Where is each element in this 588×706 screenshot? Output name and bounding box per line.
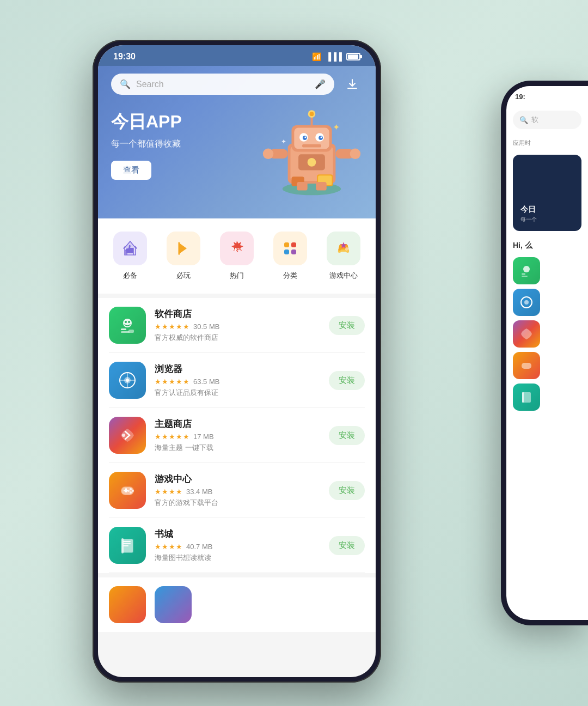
svg-point-38	[125, 321, 127, 323]
appstore-desc: 官方权威的软件商店	[155, 333, 320, 343]
browser-rating: ★★★★★ 63.5 MB	[155, 378, 320, 386]
gamecenter-size: 33.4 MB	[186, 488, 212, 496]
books-install-button[interactable]: 安装	[329, 536, 365, 555]
svg-rect-66	[121, 538, 124, 553]
bottom-peek	[98, 577, 376, 632]
hot-label: 热门	[230, 271, 244, 281]
svg-rect-74	[522, 392, 524, 403]
svg-rect-64	[123, 543, 131, 544]
svg-point-56	[130, 488, 132, 490]
appstore-icon	[109, 307, 146, 344]
gamecenter-icon-container	[327, 232, 360, 265]
svg-rect-65	[123, 545, 128, 546]
theme-rating: ★★★★★ 17 MB	[155, 433, 320, 441]
category-hot[interactable]: HOT 热门	[220, 232, 254, 281]
theme-desc: 海量主题 一键下载	[155, 443, 320, 453]
wifi-icon: 📶	[312, 52, 321, 61]
svg-rect-33	[284, 249, 289, 254]
svg-rect-32	[291, 242, 296, 247]
app-item-books[interactable]: 书城 ★★★★ 40.7 MB 海量图书想读就读 安装	[109, 518, 365, 573]
gamecenter-app-name: 游戏中心	[155, 473, 320, 485]
appstore-rating: ★★★★★ 30.5 MB	[155, 322, 320, 331]
svg-rect-28	[125, 251, 126, 254]
gamecenter-rating: ★★★★ 33.4 MB	[155, 488, 320, 496]
gamecenter-stars: ★★★★	[155, 488, 183, 496]
phone2-search-hint: 软	[531, 115, 538, 125]
app-item-theme[interactable]: 主题商店 ★★★★★ 17 MB 海量主题 一键下载 安装	[109, 408, 365, 463]
search-placeholder-text: Search	[136, 80, 309, 89]
category-play[interactable]: 必玩	[167, 232, 200, 281]
phone2-search-bar[interactable]: 🔍 软	[513, 111, 581, 129]
theme-install-button[interactable]: 安装	[329, 426, 365, 445]
phone2-app-icons	[506, 254, 588, 414]
browser-install-button[interactable]: 安装	[329, 371, 365, 390]
svg-rect-29	[178, 242, 180, 255]
banner-title: 今日APP	[111, 110, 363, 134]
gamecenter-label: 游戏中心	[329, 271, 358, 281]
books-size: 40.7 MB	[186, 543, 212, 551]
category-category[interactable]: 分类	[273, 232, 307, 281]
status-bar: 19:30 📶 ▐▐▐	[98, 45, 376, 66]
signal-icon: ▐▐▐	[326, 52, 342, 61]
category-essential[interactable]: 必备	[113, 232, 147, 281]
app-item-appstore[interactable]: 软件商店 ★★★★★ 30.5 MB 官方权威的软件商店 安装	[109, 298, 365, 353]
books-info: 书城 ★★★★ 40.7 MB 海量图书想读就读	[155, 528, 320, 563]
svg-rect-55	[125, 488, 127, 492]
phone2-books-icon	[513, 384, 540, 411]
search-icon: 🔍	[120, 79, 131, 89]
appstore-install-button[interactable]: 安装	[329, 316, 365, 335]
svg-point-50	[122, 434, 125, 437]
theme-icon	[109, 417, 146, 454]
books-stars: ★★★★	[155, 543, 183, 551]
svg-rect-63	[123, 541, 131, 542]
theme-size: 17 MB	[193, 433, 214, 441]
play-label: 必玩	[176, 271, 191, 281]
download-button[interactable]	[342, 74, 363, 95]
svg-point-59	[127, 490, 130, 492]
svg-rect-24	[297, 182, 308, 191]
svg-rect-40	[121, 328, 126, 330]
svg-rect-25	[316, 182, 327, 191]
svg-rect-42	[128, 330, 134, 333]
browser-name: 浏览器	[155, 363, 320, 375]
browser-size: 63.5 MB	[193, 378, 219, 386]
phone2-banner: 今日 每一个	[513, 155, 581, 231]
svg-point-57	[132, 490, 134, 492]
svg-point-35	[345, 247, 348, 251]
books-name: 书城	[155, 528, 320, 540]
phone2-browser-icon	[513, 289, 540, 316]
banner-button[interactable]: 查看	[111, 161, 151, 180]
svg-rect-72	[522, 363, 531, 369]
gamecenter-install-button[interactable]: 安装	[329, 481, 365, 500]
svg-rect-68	[522, 273, 525, 275]
svg-point-58	[130, 491, 132, 494]
theme-stars: ★★★★★	[155, 433, 190, 441]
peek-icon-1	[109, 586, 146, 623]
phone2-game-icon	[513, 352, 540, 379]
phone2-banner-sub: 每一个	[520, 216, 574, 223]
svg-point-67	[523, 266, 530, 272]
hot-icon-container: HOT	[220, 232, 254, 265]
category-gamecenter[interactable]: 游戏中心	[327, 232, 360, 281]
search-bar[interactable]: 🔍 Search 🎤	[111, 74, 334, 95]
app-list: 软件商店 ★★★★★ 30.5 MB 官方权威的软件商店 安装	[98, 298, 376, 573]
banner-subtitle: 每一个都值得收藏	[111, 138, 363, 150]
essential-icon	[113, 232, 147, 265]
mic-icon: 🎤	[315, 79, 326, 89]
phone2-theme-icon	[513, 320, 540, 348]
browser-info: 浏览器 ★★★★★ 63.5 MB 官方认证品质有保证	[155, 363, 320, 398]
battery-icon	[346, 53, 360, 60]
phone2-appstore-icon	[513, 257, 540, 284]
svg-rect-34	[291, 249, 296, 254]
books-icon	[109, 527, 146, 564]
gamecenter-desc: 官方的游戏下载平台	[155, 498, 320, 508]
phone-frame-1: 19:30 📶 ▐▐▐ 🔍 Search 🎤	[93, 40, 381, 683]
browser-icon	[109, 362, 146, 399]
phone-screen-2: 19: 🔍 软 应用时 今日 每一个 Hi, 么	[506, 86, 588, 620]
app-item-gamecenter[interactable]: 游戏中心 ★★★★ 33.4 MB 官方的游戏下载平台 安装	[109, 463, 365, 518]
app-item-browser[interactable]: 浏览器 ★★★★★ 63.5 MB 官方认证品质有保证 安装	[109, 353, 365, 408]
phone-screen-1: 19:30 📶 ▐▐▐ 🔍 Search 🎤	[98, 45, 376, 677]
play-icon-container	[167, 232, 200, 265]
phone2-section-label: 应用时	[506, 135, 588, 151]
header-banner: 🔍 Search 🎤 今日APP 每一个都值得收藏 查看	[98, 66, 376, 218]
